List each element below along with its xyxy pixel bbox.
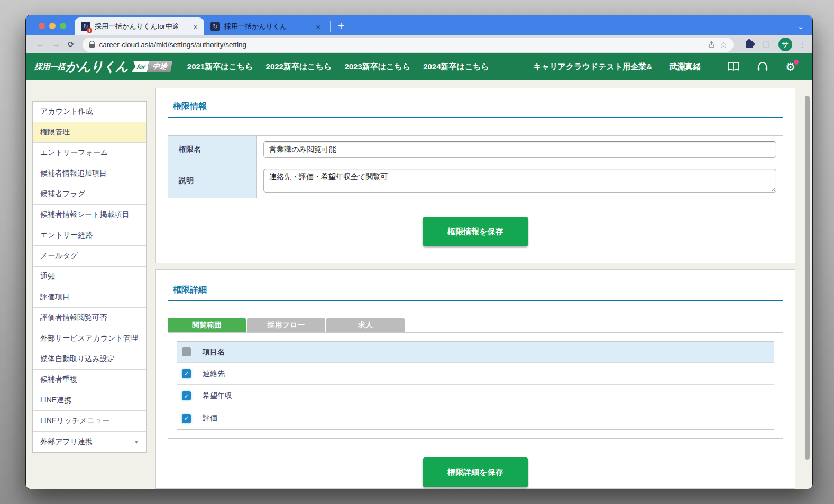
sidebar-item[interactable]: 候補者重複 bbox=[33, 370, 146, 390]
table-row: ✓評価 bbox=[177, 407, 774, 429]
back-icon[interactable]: ← bbox=[36, 40, 44, 49]
table-header-row: 項目名 bbox=[177, 342, 774, 363]
table-header-label: 項目名 bbox=[196, 347, 774, 357]
sidebar-item-label: アカウント作成 bbox=[40, 107, 139, 116]
sidebar-item[interactable]: LINE連携 bbox=[33, 390, 146, 411]
scope-table: 項目名✓連絡先✓希望年収✓評価 bbox=[177, 341, 774, 430]
sidebar-item-label: エントリーフォーム bbox=[40, 148, 139, 158]
sidebar-item[interactable]: エントリーフォーム bbox=[33, 143, 146, 163]
url-text: career-cloud.asia/mid/settings/authority… bbox=[99, 41, 246, 49]
manual-book-icon[interactable] bbox=[727, 61, 740, 72]
zoom-window-button[interactable] bbox=[60, 23, 66, 29]
page-body: アカウント作成権限管理エントリーフォーム候補者情報追加項目候補者フラグ候補者情報… bbox=[26, 80, 812, 489]
browser-toolbar: ← → ⟳ career-cloud.asia/mid/settings/aut… bbox=[26, 35, 812, 53]
reload-icon[interactable]: ⟳ bbox=[68, 40, 75, 49]
tab-search-icon[interactable]: ⌄ bbox=[797, 22, 804, 31]
sidebar-item-label: エントリー経路 bbox=[40, 231, 139, 240]
row-checkbox[interactable]: ✓ bbox=[182, 391, 191, 400]
side-panel-icon[interactable] bbox=[763, 41, 769, 48]
logo-main: かんりくん bbox=[66, 58, 128, 75]
forward-icon[interactable]: → bbox=[52, 40, 60, 49]
sidebar-item[interactable]: 通知 bbox=[33, 267, 146, 287]
row-label: 希望年収 bbox=[196, 391, 774, 401]
sidebar-item[interactable]: エントリー経路 bbox=[33, 225, 146, 246]
tab-favicon-icon: ↻ bbox=[210, 22, 220, 31]
browser-tab[interactable]: ↻採用一括かんりくん× bbox=[204, 17, 327, 35]
sidebar-item-label: 外部サービスアカウント管理 bbox=[40, 334, 139, 343]
minimize-window-button[interactable] bbox=[49, 23, 56, 29]
user-name[interactable]: 武淵真緒 bbox=[669, 62, 701, 72]
extensions-icon[interactable] bbox=[746, 41, 753, 48]
profile-avatar[interactable]: サ bbox=[778, 38, 792, 51]
form-row: 説明 bbox=[168, 163, 783, 198]
sidebar-item[interactable]: 評価者情報閲覧可否 bbox=[33, 308, 146, 328]
sidebar-item[interactable]: 外部アプリ連携▼ bbox=[33, 432, 146, 452]
sidebar-item[interactable]: 候補者フラグ bbox=[33, 184, 146, 205]
tab-title: 採用一括かんりくんfor中途 bbox=[95, 22, 189, 31]
detail-tab[interactable]: 閲覧範囲 bbox=[168, 318, 246, 332]
company-name[interactable]: キャリアクラウドテスト用企業& bbox=[533, 62, 652, 72]
detail-tabs: 閲覧範囲採用フロー求人 bbox=[168, 318, 783, 332]
save-permission-detail-button[interactable]: 権限詳細を保存 bbox=[423, 457, 528, 487]
share-icon[interactable] bbox=[708, 40, 716, 49]
sidebar-item-label: 媒体自動取り込み設定 bbox=[40, 354, 139, 364]
form-row: 権限名 bbox=[168, 136, 783, 163]
permission-info-form: 権限名説明 bbox=[168, 135, 783, 198]
header-nav-link[interactable]: 2024新卒はこちら bbox=[423, 62, 489, 72]
form-value-cell bbox=[257, 136, 783, 163]
support-headset-icon[interactable] bbox=[757, 61, 768, 72]
tab-title: 採用一括かんりくん bbox=[224, 22, 311, 31]
header-nav-link[interactable]: 2023新卒はこちら bbox=[344, 62, 410, 72]
bookmark-star-icon[interactable]: ☆ bbox=[720, 40, 727, 50]
description-textarea[interactable] bbox=[263, 169, 776, 193]
sidebar-item-label: 外部アプリ連携 bbox=[40, 437, 131, 447]
sidebar-item-label: LINEリッチメニュー bbox=[40, 416, 139, 426]
address-bar[interactable]: career-cloud.asia/mid/settings/authority… bbox=[83, 38, 734, 52]
browser-menu-icon[interactable]: ⋮ bbox=[799, 40, 806, 49]
sidebar-item[interactable]: 外部サービスアカウント管理 bbox=[33, 328, 146, 349]
sidebar-item[interactable]: 候補者情報シート掲載項目 bbox=[33, 205, 146, 225]
header-nav: 2021新卒はこちら2022新卒はこちら2023新卒はこちら2024新卒はこちら bbox=[187, 62, 489, 72]
header-nav-link[interactable]: 2021新卒はこちら bbox=[187, 62, 253, 72]
permission-info-panel: 権限情報 権限名説明 権限情報を保存 bbox=[155, 88, 795, 263]
form-label: 説明 bbox=[168, 163, 257, 198]
window-controls bbox=[39, 23, 66, 29]
row-checkbox[interactable]: ✓ bbox=[182, 414, 191, 423]
sidebar-item[interactable]: LINEリッチメニュー bbox=[33, 411, 146, 432]
select-all-checkbox[interactable] bbox=[182, 347, 191, 356]
page-scrollbar-thumb[interactable] bbox=[805, 96, 810, 460]
sidebar-item[interactable]: アカウント作成 bbox=[33, 102, 146, 122]
settings-gear-icon[interactable]: ⚙ bbox=[785, 61, 795, 72]
tab-strip-tabs: ↻!採用一括かんりくんfor中途×↻採用一括かんりくん× bbox=[75, 15, 327, 35]
logo-badge: for 中途 bbox=[131, 61, 172, 72]
new-tab-button[interactable]: + bbox=[334, 21, 349, 31]
sidebar-item-label: 評価者情報閲覧可否 bbox=[40, 313, 139, 323]
app-logo[interactable]: 採用一括 かんりくん for 中途 bbox=[34, 58, 171, 75]
sidebar-item[interactable]: 媒体自動取り込み設定 bbox=[33, 349, 146, 370]
sidebar-item-label: 候補者フラグ bbox=[40, 189, 139, 199]
permission-name-input[interactable] bbox=[263, 141, 776, 158]
tab-close-icon[interactable]: × bbox=[193, 22, 198, 31]
chevron-down-icon: ▼ bbox=[134, 439, 139, 445]
row-checkbox-cell: ✓ bbox=[177, 385, 196, 407]
header-nav-link[interactable]: 2022新卒はこちら bbox=[266, 62, 332, 72]
sidebar-item[interactable]: 権限管理 bbox=[33, 122, 146, 143]
row-label: 評価 bbox=[196, 414, 774, 423]
tab-close-icon[interactable]: × bbox=[316, 22, 320, 31]
sidebar-item[interactable]: 候補者情報追加項目 bbox=[33, 163, 146, 184]
save-permission-info-button[interactable]: 権限情報を保存 bbox=[423, 217, 528, 246]
detail-tab[interactable]: 採用フロー bbox=[247, 318, 325, 332]
detail-tab[interactable]: 求人 bbox=[326, 318, 405, 332]
close-window-button[interactable] bbox=[39, 23, 45, 29]
sidebar-item-label: 通知 bbox=[40, 272, 139, 281]
row-checkbox[interactable]: ✓ bbox=[182, 369, 191, 378]
sidebar-item[interactable]: メールタグ bbox=[33, 246, 146, 267]
browser-tab[interactable]: ↻!採用一括かんりくんfor中途× bbox=[75, 17, 204, 35]
sidebar-item[interactable]: 評価項目 bbox=[33, 287, 146, 308]
sidebar-item-label: 候補者情報シート掲載項目 bbox=[40, 210, 139, 219]
sidebar-item-label: メールタグ bbox=[40, 251, 139, 261]
section-divider bbox=[168, 117, 783, 118]
sidebar-item-label: 候補者情報追加項目 bbox=[40, 169, 139, 178]
sidebar-item-label: 評価項目 bbox=[40, 292, 139, 302]
logo-badge-type: 中途 bbox=[147, 61, 172, 72]
